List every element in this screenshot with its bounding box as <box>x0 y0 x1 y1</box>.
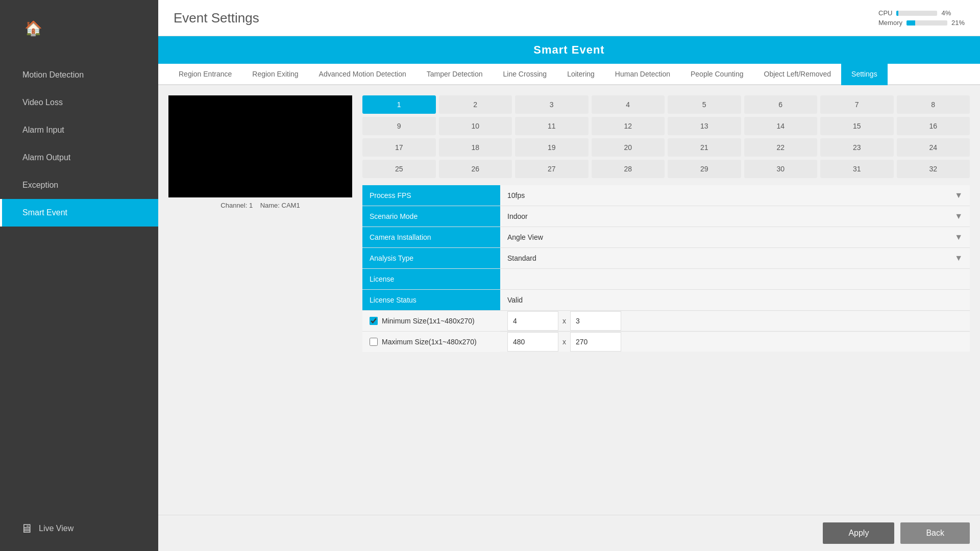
tab-advanced-motion-detection[interactable]: Advanced Motion Detection <box>309 64 416 85</box>
form-row-min-size: Minimum Size(1x1~480x270) x <box>362 311 970 332</box>
back-button[interactable]: Back <box>900 522 970 544</box>
min-size-height-input[interactable] <box>570 311 621 331</box>
channel-btn-27[interactable]: 27 <box>515 160 589 178</box>
scenario-label: Scenario Mode <box>362 206 500 227</box>
right-panel: 1234567891011121314151617181920212223242… <box>362 95 970 505</box>
form-row-camera-installation: Camera Installation Angle View Overhead … <box>362 227 970 248</box>
sidebar-item-alarm-input[interactable]: Alarm Input <box>0 116 158 144</box>
cpu-value: 4% <box>941 9 951 17</box>
channel-btn-32[interactable]: 32 <box>897 160 970 178</box>
tab-loitering[interactable]: Loitering <box>557 64 605 85</box>
channel-btn-4[interactable]: 4 <box>592 95 665 114</box>
channel-btn-8[interactable]: 8 <box>897 95 970 114</box>
channel-btn-13[interactable]: 13 <box>668 117 741 135</box>
license-label: License <box>362 269 500 289</box>
memory-label: Memory <box>878 19 902 27</box>
home-icon: 🏠 <box>20 15 46 41</box>
cpu-bar-container <box>896 11 937 16</box>
channel-btn-28[interactable]: 28 <box>592 160 665 178</box>
min-size-inputs: x <box>500 311 970 331</box>
cpu-stat: CPU 4% <box>878 9 965 17</box>
max-size-width-input[interactable] <box>507 332 558 352</box>
tab-region-entrance[interactable]: Region Entrance <box>168 64 242 85</box>
max-size-checkbox[interactable] <box>370 338 378 346</box>
live-view-label: Live View <box>39 524 74 533</box>
sidebar-item-exception[interactable]: Exception <box>0 171 158 199</box>
channel-btn-22[interactable]: 22 <box>744 138 818 157</box>
form-row-fps: Process FPS 5fps 10fps 15fps 20fps 25fps <box>362 185 970 206</box>
page-title: Event Settings <box>174 10 259 26</box>
channel-btn-20[interactable]: 20 <box>592 138 665 157</box>
channel-btn-15[interactable]: 15 <box>820 117 894 135</box>
channel-grid: 1234567891011121314151617181920212223242… <box>362 95 970 178</box>
channel-btn-12[interactable]: 12 <box>592 117 665 135</box>
channel-btn-6[interactable]: 6 <box>744 95 818 114</box>
tab-line-crossing[interactable]: Line Crossing <box>493 64 557 85</box>
channel-btn-25[interactable]: 25 <box>362 160 436 178</box>
channel-btn-19[interactable]: 19 <box>515 138 589 157</box>
channel-btn-5[interactable]: 5 <box>668 95 741 114</box>
camera-installation-select-wrapper: Angle View Overhead View ▼ <box>500 227 970 247</box>
channel-btn-2[interactable]: 2 <box>439 95 512 114</box>
channel-btn-1[interactable]: 1 <box>362 95 436 114</box>
channel-btn-26[interactable]: 26 <box>439 160 512 178</box>
channel-btn-29[interactable]: 29 <box>668 160 741 178</box>
channel-btn-11[interactable]: 11 <box>515 117 589 135</box>
camera-installation-input-cell: Angle View Overhead View ▼ <box>500 227 970 247</box>
camera-preview <box>168 95 352 197</box>
channel-btn-14[interactable]: 14 <box>744 117 818 135</box>
tab-people-counting[interactable]: People Counting <box>680 64 754 85</box>
license-input[interactable] <box>500 269 970 289</box>
apply-button[interactable]: Apply <box>823 522 894 544</box>
channel-btn-24[interactable]: 24 <box>897 138 970 157</box>
analysis-type-select-wrapper: Standard Advanced ▼ <box>500 248 970 268</box>
channel-btn-31[interactable]: 31 <box>820 160 894 178</box>
fps-input-cell: 5fps 10fps 15fps 20fps 25fps ▼ <box>500 185 970 206</box>
fps-select[interactable]: 5fps 10fps 15fps 20fps 25fps <box>500 185 970 206</box>
channel-btn-21[interactable]: 21 <box>668 138 741 157</box>
channel-btn-30[interactable]: 30 <box>744 160 818 178</box>
form-row-max-size: Maximum Size(1x1~480x270) x <box>362 332 970 352</box>
sidebar-item-smart-event[interactable]: Smart Event <box>0 199 158 227</box>
tab-object-left-removed[interactable]: Object Left/Removed <box>754 64 842 85</box>
channel-btn-3[interactable]: 3 <box>515 95 589 114</box>
memory-bar-container <box>906 20 947 26</box>
tab-settings[interactable]: Settings <box>841 64 888 85</box>
sidebar: 🏠 Motion Detection Video Loss Alarm Inpu… <box>0 0 158 551</box>
license-status-label: License Status <box>362 290 500 310</box>
analysis-type-select[interactable]: Standard Advanced <box>500 248 970 268</box>
channel-btn-10[interactable]: 10 <box>439 117 512 135</box>
page-header: Event Settings CPU 4% Memory 21% <box>158 0 980 36</box>
max-size-inputs: x <box>500 332 970 352</box>
license-input-cell <box>500 269 970 289</box>
scenario-input-cell: Indoor Outdoor ▼ <box>500 206 970 227</box>
tab-region-exiting[interactable]: Region Exiting <box>242 64 308 85</box>
live-view-icon: 🖥 <box>20 521 33 536</box>
license-status-value-cell: Valid <box>500 290 970 310</box>
min-size-checkbox[interactable] <box>370 317 378 325</box>
sidebar-item-alarm-output[interactable]: Alarm Output <box>0 144 158 171</box>
max-size-height-input[interactable] <box>570 332 621 352</box>
sidebar-footer[interactable]: 🖥 Live View <box>0 511 158 551</box>
sidebar-item-video-loss[interactable]: Video Loss <box>0 89 158 116</box>
camera-installation-select[interactable]: Angle View Overhead View <box>500 227 970 247</box>
memory-bar <box>906 20 915 26</box>
smart-event-banner: Smart Event <box>158 36 980 64</box>
sidebar-item-motion-detection[interactable]: Motion Detection <box>0 61 158 89</box>
channel-btn-16[interactable]: 16 <box>897 117 970 135</box>
system-stats: CPU 4% Memory 21% <box>878 9 965 27</box>
channel-btn-18[interactable]: 18 <box>439 138 512 157</box>
channel-btn-9[interactable]: 9 <box>362 117 436 135</box>
form-row-license-status: License Status Valid <box>362 290 970 311</box>
settings-form: Process FPS 5fps 10fps 15fps 20fps 25fps <box>362 185 970 352</box>
tab-tamper-detection[interactable]: Tamper Detection <box>416 64 493 85</box>
camera-panel: Channel: 1 Name: CAM1 <box>168 95 352 505</box>
channel-btn-7[interactable]: 7 <box>820 95 894 114</box>
min-size-width-input[interactable] <box>507 311 558 331</box>
camera-label: Channel: 1 Name: CAM1 <box>168 202 352 209</box>
scenario-select[interactable]: Indoor Outdoor <box>500 206 970 227</box>
tab-bar: Region Entrance Region Exiting Advanced … <box>158 64 980 85</box>
tab-human-detection[interactable]: Human Detection <box>605 64 680 85</box>
channel-btn-23[interactable]: 23 <box>820 138 894 157</box>
channel-btn-17[interactable]: 17 <box>362 138 436 157</box>
